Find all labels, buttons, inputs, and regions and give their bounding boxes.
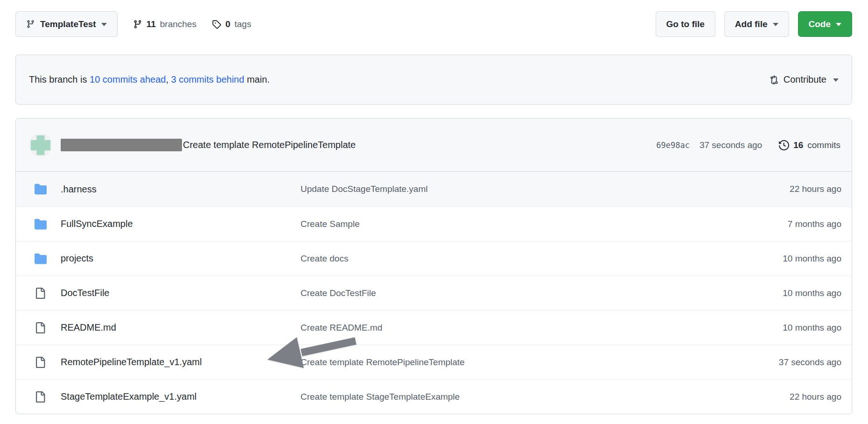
- row-icon-cell: [35, 218, 61, 230]
- commit-message-link[interactable]: Create template StageTemplateExample: [301, 392, 704, 402]
- table-row: projects Create docs 10 months ago: [16, 241, 852, 276]
- code-label: Code: [809, 19, 831, 29]
- row-icon-cell: [35, 253, 61, 265]
- commit-age: 22 hours ago: [704, 392, 844, 402]
- file-name-link[interactable]: RemotePipelineTemplate_v1.yaml: [61, 357, 301, 367]
- row-icon-cell: [35, 391, 61, 403]
- file-name-link[interactable]: projects: [61, 253, 301, 264]
- contribute-button[interactable]: Contribute: [769, 74, 839, 85]
- folder-icon: [35, 183, 61, 195]
- git-compare-icon: [769, 75, 778, 85]
- file-name-link[interactable]: DocTestFile: [61, 288, 301, 298]
- code-button[interactable]: Code: [798, 11, 853, 37]
- commit-message-link[interactable]: Create Sample: [301, 219, 704, 229]
- toolbar-actions: Go to file Add file Code: [656, 11, 853, 37]
- branch-status-text: This branch is 10 commits ahead, 3 commi…: [29, 74, 270, 85]
- commit-age: 10 months ago: [704, 323, 844, 333]
- file-name-link[interactable]: FullSyncExample: [61, 219, 301, 229]
- table-row: .harness Update DocStageTemplate.yaml 22…: [16, 172, 852, 206]
- commit-hash-link[interactable]: 69e98ac: [656, 141, 690, 150]
- branches-count: 11: [147, 19, 156, 29]
- commit-age: 10 months ago: [704, 254, 844, 264]
- commit-message-link[interactable]: Create DocTestFile: [301, 288, 704, 298]
- latest-commit-meta: 69e98ac 37 seconds ago 16 commits: [656, 140, 840, 150]
- git-branch-icon: [133, 20, 142, 29]
- table-row: README.md Create README.md 10 months ago: [16, 310, 852, 345]
- commits-ahead-link[interactable]: 10 commits ahead: [90, 74, 166, 85]
- branch-status-comma: ,: [166, 74, 171, 85]
- file-table: .harness Update DocStageTemplate.yaml 22…: [16, 172, 852, 414]
- chevron-down-icon: [773, 23, 778, 26]
- folder-icon: [35, 218, 61, 230]
- file-name-link[interactable]: README.md: [61, 322, 301, 333]
- branch-status-banner: This branch is 10 commits ahead, 3 commi…: [15, 55, 852, 105]
- tags-count: 0: [225, 19, 231, 29]
- branch-status-suffix: main.: [244, 74, 269, 85]
- branches-label: branches: [160, 19, 196, 29]
- commit-age: 37 seconds ago: [704, 357, 844, 367]
- row-icon-cell: [35, 357, 61, 368]
- table-row: DocTestFile Create DocTestFile 10 months…: [16, 276, 852, 310]
- repo-toolbar: TemplateTest 11 branches 0 tags Go to fi…: [15, 11, 852, 37]
- row-icon-cell: [35, 288, 61, 299]
- file-browser: Create template RemotePipelineTemplate 6…: [15, 118, 852, 414]
- chevron-down-icon: [836, 23, 841, 26]
- branch-selector-label: TemplateTest: [40, 19, 96, 29]
- commit-message-link[interactable]: Create template RemotePipelineTemplate: [301, 357, 704, 367]
- commit-message-link[interactable]: Update DocStageTemplate.yaml: [301, 184, 704, 194]
- branches-link[interactable]: 11 branches: [133, 19, 196, 29]
- row-icon-cell: [35, 322, 61, 333]
- latest-commit-message-link[interactable]: Create template RemotePipelineTemplate: [183, 140, 356, 150]
- commits-count: 16: [793, 140, 803, 150]
- go-to-file-button[interactable]: Go to file: [656, 11, 715, 37]
- table-row: RemotePipelineTemplate_v1.yaml Create te…: [16, 345, 852, 379]
- history-icon: [779, 140, 789, 150]
- tag-icon: [212, 20, 221, 29]
- git-branch-icon: [26, 20, 35, 28]
- folder-icon: [35, 253, 61, 265]
- tags-link[interactable]: 0 tags: [212, 19, 252, 29]
- table-row: StageTemplateExample_v1.yaml Create temp…: [16, 379, 852, 414]
- commit-history-link[interactable]: 16 commits: [779, 140, 840, 150]
- add-file-label: Add file: [735, 19, 768, 29]
- commit-time: 37 seconds ago: [700, 140, 762, 150]
- file-icon: [35, 322, 61, 333]
- commits-behind-link[interactable]: 3 commits behind: [171, 74, 245, 85]
- avatar[interactable]: [29, 134, 52, 157]
- contribute-label: Contribute: [784, 74, 826, 85]
- branch-status-prefix: This branch is: [29, 74, 90, 85]
- chevron-down-icon: [101, 23, 107, 26]
- tags-label: tags: [235, 19, 252, 29]
- chevron-down-icon: [833, 78, 839, 82]
- file-icon: [35, 357, 61, 368]
- file-icon: [35, 288, 61, 299]
- add-file-button[interactable]: Add file: [724, 11, 789, 37]
- table-row: FullSyncExample Create Sample 7 months a…: [16, 206, 852, 241]
- commit-age: 7 months ago: [704, 219, 844, 229]
- branch-selector-button[interactable]: TemplateTest: [15, 11, 118, 37]
- commit-message-link[interactable]: Create README.md: [301, 323, 704, 333]
- redacted-username[interactable]: [61, 139, 182, 151]
- commit-age: 22 hours ago: [704, 184, 844, 194]
- latest-commit-header: Create template RemotePipelineTemplate 6…: [16, 119, 852, 172]
- commit-age: 10 months ago: [704, 288, 844, 298]
- file-name-link[interactable]: StageTemplateExample_v1.yaml: [61, 391, 301, 402]
- file-icon: [35, 391, 61, 403]
- file-name-link[interactable]: .harness: [61, 184, 301, 195]
- commits-label: commits: [807, 140, 840, 150]
- commit-message-link[interactable]: Create docs: [301, 254, 704, 264]
- row-icon-cell: [35, 183, 61, 195]
